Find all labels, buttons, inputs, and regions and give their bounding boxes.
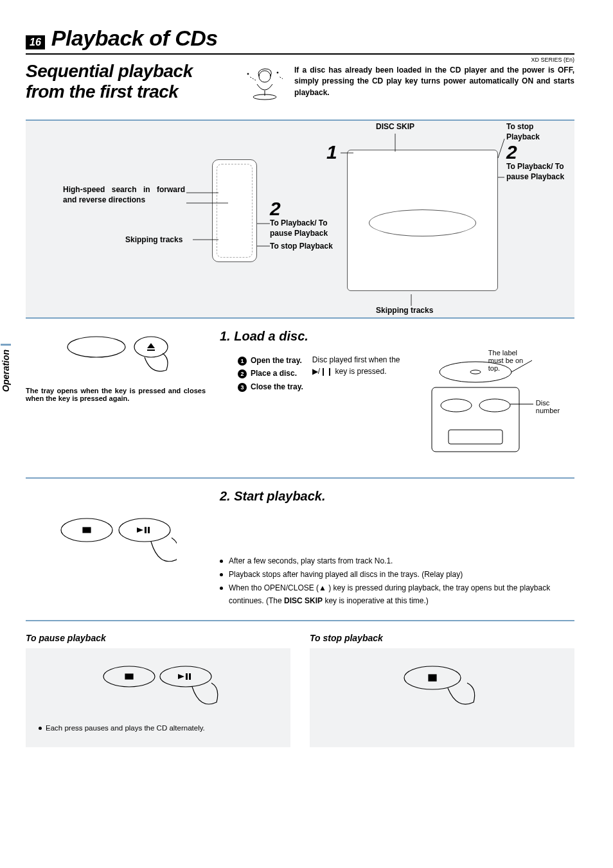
bullet-1: After a few seconds, play starts from tr…	[220, 555, 574, 567]
leader-lines-icon	[26, 121, 574, 317]
controls-diagram: High-speed search in forward and reverse…	[26, 120, 574, 319]
disc-played-first: Disc played first when the ▶/❙❙ key is p…	[312, 355, 400, 376]
step2-heading: 2. Start playback.	[220, 489, 574, 504]
svg-rect-30	[145, 527, 147, 533]
bullet-3: When tho OPEN/CLOSE (▲ ) key is pressed …	[220, 582, 574, 607]
wizard-icon	[243, 65, 283, 103]
svg-rect-37	[189, 673, 191, 680]
step-1-block: The tray opens when the key is pressed a…	[26, 319, 574, 479]
svg-point-19	[470, 370, 481, 374]
svg-rect-39	[429, 675, 436, 681]
sub3: Close the tray.	[251, 382, 303, 391]
svg-point-14	[67, 337, 125, 357]
svg-line-11	[498, 139, 504, 158]
step-2-block: 2. Start playback. After a few seconds, …	[26, 479, 574, 621]
pause-heading: To pause playback	[26, 633, 290, 648]
pause-press-icon	[97, 657, 219, 715]
svg-marker-16	[147, 343, 155, 348]
svg-rect-27	[83, 527, 91, 533]
tray-illustration: The label must be on top. Disc number	[418, 354, 533, 466]
sub1: Open the tray.	[251, 356, 302, 365]
pause-stop-row: To pause playback Each press pauses and …	[26, 633, 574, 747]
side-tab-operation: Operation	[1, 344, 11, 392]
svg-rect-20	[432, 387, 519, 452]
svg-point-0	[259, 71, 271, 82]
stop-press-icon	[394, 657, 490, 715]
substeps-list: 1Open the tray. 2Place a disc. 3Close th…	[238, 354, 303, 393]
step2-bullets: After a few seconds, play starts from tr…	[220, 555, 574, 607]
label-disc-number: Disc number	[536, 399, 560, 414]
intro-text: If a disc has already been loaded in the…	[294, 65, 574, 98]
chapter-title: Playback of CDs	[51, 26, 218, 51]
svg-point-2	[277, 72, 278, 73]
svg-point-1	[247, 73, 249, 75]
svg-rect-33	[125, 674, 133, 679]
intro-row: Sequential playback from the first track…	[26, 61, 574, 103]
bullet-2: Playback stops after having played all d…	[220, 569, 574, 581]
svg-marker-35	[178, 674, 184, 679]
svg-point-22	[479, 399, 510, 412]
stop-heading: To stop playback	[310, 633, 574, 648]
sub2: Place a disc.	[251, 369, 297, 378]
svg-point-21	[441, 399, 472, 412]
stop-box: To stop playback	[310, 633, 574, 747]
tray-caption: The tray opens when the key is pressed a…	[26, 387, 206, 402]
pause-note: Each press pauses and plays the CD alter…	[39, 724, 278, 732]
series-label: XD SERIES (En)	[531, 57, 574, 63]
svg-rect-31	[148, 527, 150, 533]
svg-rect-23	[449, 430, 502, 444]
page-number: 16	[26, 35, 45, 49]
eject-press-icon	[61, 329, 170, 380]
page-header: 16 Playback of CDs	[26, 26, 574, 55]
pause-box: To pause playback Each press pauses and …	[26, 633, 290, 747]
label-label-top: The label must be on top.	[488, 349, 533, 372]
svg-rect-36	[186, 673, 188, 680]
svg-marker-29	[137, 527, 143, 533]
section-title: Sequential playback from the first track	[26, 61, 231, 102]
step1-heading: 1. Load a disc.	[220, 329, 574, 344]
play-press-icon	[55, 508, 177, 585]
